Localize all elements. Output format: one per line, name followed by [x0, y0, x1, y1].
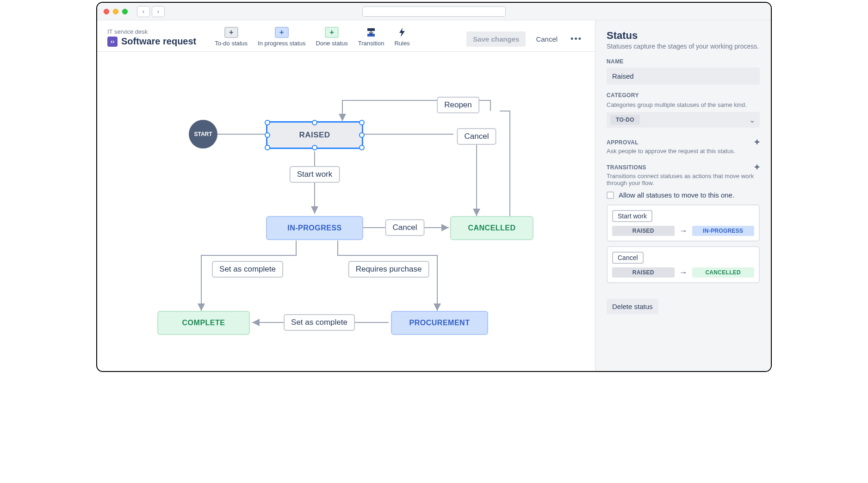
- chevron-right-icon: ›: [157, 8, 159, 15]
- approval-label: APPROVAL: [607, 139, 639, 146]
- add-done-status-button[interactable]: + Done status: [316, 27, 347, 47]
- add-transition-button[interactable]: +: [754, 162, 760, 173]
- add-inprogress-status-button[interactable]: + In progress status: [258, 27, 305, 47]
- url-bar[interactable]: [362, 6, 506, 17]
- transition-label-set-complete[interactable]: Set as complete: [212, 261, 283, 278]
- plus-icon: +: [329, 28, 334, 37]
- maximize-window-icon[interactable]: [122, 9, 128, 14]
- nav-back-button[interactable]: ‹: [137, 6, 150, 17]
- transition-label-set-complete-2[interactable]: Set as complete: [284, 314, 355, 331]
- status-node-raised[interactable]: RAISED: [266, 121, 363, 149]
- edges-svg: [97, 52, 560, 348]
- close-window-icon[interactable]: [104, 9, 109, 14]
- rules-button[interactable]: Rules: [394, 27, 409, 47]
- allow-all-label: Allow all statuses to move to this one.: [619, 191, 734, 199]
- category-hint: Categories group multiple statuses of th…: [607, 101, 760, 108]
- transition-label-cancel-top[interactable]: Cancel: [457, 128, 496, 145]
- transitions-hint: Transitions connect statuses as actions …: [607, 173, 760, 186]
- category-selected-pill: TO-DO: [610, 115, 640, 125]
- to-status-pill: IN-PROGRESS: [692, 226, 755, 236]
- status-node-inprogress[interactable]: IN-PROGRESS: [266, 216, 363, 240]
- workflow-toolbar: IT service desk ‹› Software request + To…: [97, 20, 595, 52]
- plus-icon: +: [754, 137, 760, 147]
- transition-label-reopen[interactable]: Reopen: [437, 97, 479, 113]
- breadcrumb[interactable]: IT service desk: [107, 28, 196, 35]
- arrow-right-icon: →: [679, 226, 688, 236]
- app-window: ‹ › IT service desk ‹› Software request …: [96, 2, 772, 372]
- traffic-lights: [104, 9, 128, 14]
- more-actions-button[interactable]: •••: [568, 31, 585, 47]
- transition-flow: RAISED→IN-PROGRESS: [612, 226, 754, 236]
- save-button[interactable]: Save changes: [466, 31, 526, 47]
- nav-button-group: ‹ ›: [137, 6, 165, 17]
- workflow-canvas[interactable]: START RAISED Reopen Cancel Start work IN…: [97, 52, 595, 371]
- transition-label-cancel-mid[interactable]: Cancel: [385, 219, 425, 236]
- transitions-label: TRANSITIONS: [607, 164, 646, 171]
- plus-icon: +: [279, 28, 284, 37]
- start-node[interactable]: START: [189, 120, 217, 149]
- from-status-pill: RAISED: [612, 267, 675, 278]
- transition-card[interactable]: CancelRAISED→CANCELLED: [607, 246, 760, 283]
- status-node-cancelled[interactable]: CANCELLED: [450, 216, 533, 240]
- status-node-complete[interactable]: COMPLETE: [157, 311, 250, 335]
- plus-icon: +: [229, 28, 233, 37]
- lightning-icon: [395, 27, 409, 38]
- from-status-pill: RAISED: [612, 226, 675, 236]
- mac-titlebar: ‹ ›: [97, 3, 771, 20]
- minimize-window-icon[interactable]: [113, 9, 118, 14]
- panel-subtitle: Statuses capture the stages of your work…: [607, 43, 760, 50]
- app-body: IT service desk ‹› Software request + To…: [97, 20, 771, 371]
- add-element-buttons: + To-do status + In progress status + Do…: [215, 27, 409, 47]
- page-title: Software request: [121, 36, 196, 47]
- add-transition-button[interactable]: Transition: [358, 27, 384, 47]
- plus-icon: +: [754, 162, 760, 172]
- category-dropdown[interactable]: TO-DO ⌄: [607, 112, 760, 128]
- toolbar-actions: Save changes Cancel •••: [466, 31, 585, 47]
- ellipsis-icon: •••: [570, 34, 582, 43]
- transition-icon: [364, 27, 378, 38]
- transition-card[interactable]: Start workRAISED→IN-PROGRESS: [607, 204, 760, 242]
- to-status-pill: CANCELLED: [692, 267, 755, 278]
- cancel-button[interactable]: Cancel: [533, 31, 560, 47]
- category-label: CATEGORY: [607, 92, 760, 99]
- status-node-procurement[interactable]: PROCUREMENT: [391, 311, 488, 335]
- add-approval-button[interactable]: +: [754, 137, 760, 148]
- allow-all-checkbox-row[interactable]: Allow all statuses to move to this one.: [607, 191, 760, 199]
- chevron-down-icon: ⌄: [749, 116, 755, 124]
- checkbox-icon[interactable]: [607, 192, 614, 199]
- delete-status-button[interactable]: Delete status: [607, 299, 658, 314]
- details-panel: Status Statuses capture the stages of yo…: [595, 20, 771, 371]
- add-todo-status-button[interactable]: + To-do status: [215, 27, 248, 47]
- transition-label-start-work[interactable]: Start work: [290, 166, 340, 183]
- svg-rect-0: [367, 28, 375, 31]
- chevron-left-icon: ‹: [143, 8, 144, 15]
- approval-hint: Ask people to approve the request at thi…: [607, 148, 760, 155]
- transition-name: Cancel: [612, 252, 644, 264]
- title-block: IT service desk ‹› Software request: [107, 28, 196, 47]
- arrow-right-icon: →: [679, 268, 688, 278]
- panel-title: Status: [607, 30, 760, 42]
- transition-flow: RAISED→CANCELLED: [612, 267, 754, 278]
- status-name-input[interactable]: [607, 68, 760, 85]
- main-area: IT service desk ‹› Software request + To…: [97, 20, 595, 371]
- name-label: NAME: [607, 58, 760, 65]
- transitions-list: Start workRAISED→IN-PROGRESSCancelRAISED…: [607, 204, 760, 283]
- nav-forward-button[interactable]: ›: [152, 6, 165, 17]
- transition-name: Start work: [612, 210, 652, 222]
- workflow-type-icon: ‹›: [107, 37, 118, 47]
- transition-label-requires-purchase[interactable]: Requires purchase: [348, 261, 429, 278]
